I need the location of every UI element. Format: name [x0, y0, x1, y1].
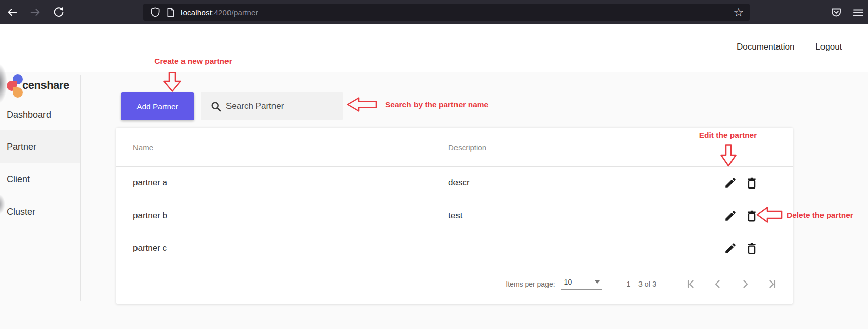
next-page-button[interactable]: [735, 274, 755, 294]
pocket-icon[interactable]: [829, 6, 843, 20]
edit-partner-button[interactable]: [723, 175, 738, 191]
last-page-button[interactable]: [762, 274, 783, 294]
header-nav: Documentation Logout: [737, 42, 842, 52]
sidebar-item-client[interactable]: Client: [0, 167, 80, 192]
page-info-icon[interactable]: [166, 8, 175, 17]
trash-icon: [745, 176, 758, 190]
table-row: partner a descr: [116, 167, 793, 199]
shield-icon[interactable]: [150, 7, 160, 17]
first-page-icon: [684, 278, 697, 290]
url-bar[interactable]: localhost:4200/partner ☆: [143, 4, 750, 21]
back-icon[interactable]: [5, 5, 19, 19]
logo-petal-orange-icon: [13, 87, 23, 98]
partner-name-cell: partner b: [116, 211, 448, 221]
paginator-range-label: 1 – 3 of 3: [627, 280, 656, 288]
censhare-logo[interactable]: censhare: [0, 35, 81, 66]
page-size-select[interactable]: 10: [561, 278, 602, 290]
partner-description-cell: descr: [448, 178, 723, 188]
bookmark-star-icon[interactable]: ☆: [733, 7, 744, 18]
search-annotation-arrow-icon: [347, 97, 377, 112]
search-annotation-label: Search by the partner name: [385, 100, 488, 109]
create-annotation-arrow-icon: [163, 72, 182, 92]
trash-icon: [745, 242, 758, 255]
chevron-right-icon: [739, 278, 751, 290]
sidebar-item-cluster[interactable]: Cluster: [0, 200, 80, 224]
delete-partner-button[interactable]: [744, 241, 759, 256]
edit-annotation-label: Edit the partner: [685, 131, 771, 140]
search-partner-box[interactable]: [201, 92, 343, 120]
menu-hamburger-icon[interactable]: [851, 6, 865, 20]
pencil-icon: [724, 209, 737, 222]
last-page-icon: [766, 278, 779, 290]
table-row: partner b test: [116, 199, 793, 232]
documentation-link[interactable]: Documentation: [737, 42, 794, 52]
partner-table-card: Name Description partner a descr partner…: [116, 128, 793, 304]
sidebar-item-partner[interactable]: Partner: [0, 130, 80, 163]
add-partner-button[interactable]: Add Partner: [121, 92, 194, 120]
pencil-icon: [724, 242, 737, 255]
chevron-left-icon: [712, 278, 724, 290]
pencil-icon: [724, 176, 737, 190]
url-text[interactable]: localhost:4200/partner: [181, 8, 258, 17]
delete-partner-button[interactable]: [744, 175, 759, 191]
paginator: Items per page: 10 1 – 3 of 3: [116, 264, 793, 304]
edit-partner-button[interactable]: [723, 241, 738, 256]
sidebar-divider: [80, 75, 81, 301]
brand-wordmark: censhare: [22, 79, 69, 92]
table-row: partner c: [116, 232, 793, 264]
logout-link[interactable]: Logout: [815, 42, 842, 52]
chevron-down-icon: [595, 280, 600, 284]
partner-name-cell: partner c: [116, 243, 448, 253]
delete-annotation-arrow-icon: [756, 206, 783, 223]
browser-toolbar: localhost:4200/partner ☆: [0, 0, 868, 24]
edit-partner-button[interactable]: [723, 208, 738, 223]
delete-annotation-label: Delete the partner: [787, 211, 853, 220]
column-header-name: Name: [116, 143, 448, 152]
search-icon: [211, 101, 221, 112]
partner-description-cell: test: [448, 211, 723, 221]
forward-icon[interactable]: [28, 5, 42, 19]
edit-annotation-arrow-icon: [720, 144, 737, 167]
first-page-button[interactable]: [680, 274, 701, 294]
partner-name-cell: partner a: [116, 178, 448, 188]
screen: localhost:4200/partner ☆ censhare Docume…: [0, 0, 868, 329]
previous-page-button[interactable]: [708, 274, 728, 294]
create-annotation-label: Create a new partner: [143, 57, 244, 66]
search-input[interactable]: [226, 101, 338, 111]
sidebar-item-dashboard[interactable]: Dashboard: [0, 103, 80, 127]
reload-icon[interactable]: [52, 5, 66, 19]
items-per-page-label: Items per page:: [506, 280, 555, 288]
column-header-description: Description: [448, 143, 723, 152]
